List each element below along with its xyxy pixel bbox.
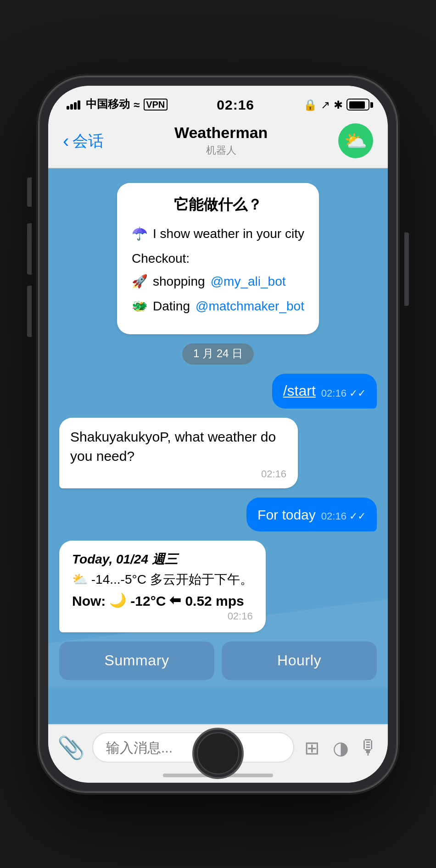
weather-forecast: ⛅ -14...-5°C 多云开始于下午。 bbox=[72, 572, 253, 588]
dating-link[interactable]: @matchmaker_bot bbox=[196, 297, 304, 316]
nav-header: ‹ 会话 Weatherman 机器人 ⛅ bbox=[48, 118, 388, 168]
weather-detail-bubble: Today, 01/24 週三 ⛅ -14...-5°C 多云开始于下午。 No… bbox=[59, 541, 266, 632]
summary-button[interactable]: Summary bbox=[59, 641, 214, 680]
dating-line: 🐲 Dating @matchmaker_bot bbox=[132, 297, 304, 316]
hourly-button[interactable]: Hourly bbox=[222, 641, 377, 680]
volume-up-button bbox=[27, 223, 32, 275]
checkout-line: Checkout: bbox=[132, 249, 304, 268]
screen-content: 中国移动 ≈ VPN 02:16 🔒 ↗ ✱ bbox=[48, 86, 388, 783]
status-bar: 中国移动 ≈ VPN 02:16 🔒 ↗ ✱ bbox=[48, 86, 388, 118]
date-pill: 1 月 24 日 bbox=[182, 343, 254, 365]
start-text: /start bbox=[283, 383, 316, 399]
check-icon2: ✓✓ bbox=[349, 510, 366, 521]
volume-down-button bbox=[27, 286, 32, 337]
back-label: 会话 bbox=[73, 130, 104, 151]
start-time: 02:16 ✓✓ bbox=[321, 387, 366, 399]
chevron-left-icon: ‹ bbox=[63, 132, 69, 150]
status-right: 🔒 ↗ ✱ bbox=[303, 98, 369, 111]
carrier-label: 中国移动 bbox=[86, 97, 130, 112]
lock-icon: 🔒 bbox=[303, 98, 317, 111]
weather-question-text: ShakuyakukyoP, what weather do you need? bbox=[70, 427, 286, 465]
avatar-icon: ⛅ bbox=[344, 130, 367, 152]
weather-time: 02:16 bbox=[72, 610, 253, 621]
emoji-icon[interactable]: ◑ bbox=[330, 736, 351, 758]
now-temp: -12°C bbox=[130, 592, 166, 608]
shopping-text: shopping bbox=[153, 272, 205, 291]
weather-date: Today, 01/24 週三 bbox=[72, 552, 253, 568]
weather-now: Now: 🌙 -12°C ⬅ 0.52 mps bbox=[72, 592, 253, 608]
incoming-weather-question: ShakuyakukyoP, what weather do you need?… bbox=[59, 418, 297, 488]
welcome-bubble: 它能做什么？ ☂️ I show weather in your city Ch… bbox=[117, 183, 319, 334]
dating-text: Dating bbox=[153, 297, 190, 316]
phone-device: 中国移动 ≈ VPN 02:16 🔒 ↗ ✱ bbox=[39, 77, 397, 792]
chat-area[interactable]: 它能做什么？ ☂️ I show weather in your city Ch… bbox=[48, 168, 388, 724]
check-icon: ✓✓ bbox=[349, 387, 366, 398]
outgoing-start: /start 02:16 ✓✓ bbox=[272, 374, 377, 409]
dragon-emoji: 🐲 bbox=[132, 297, 147, 316]
power-button bbox=[404, 232, 409, 306]
sticker-icon[interactable]: ⊞ bbox=[302, 736, 323, 758]
signal-icon bbox=[67, 100, 80, 109]
vpn-badge: VPN bbox=[143, 99, 168, 111]
nav-subtitle: 机器人 bbox=[174, 144, 268, 157]
battery-icon bbox=[347, 99, 369, 111]
phone-screen: 中国移动 ≈ VPN 02:16 🔒 ↗ ✱ bbox=[48, 86, 388, 783]
for-today-text: For today bbox=[257, 507, 316, 522]
welcome-text1: I show weather in your city bbox=[153, 224, 304, 243]
location-icon: ↗ bbox=[321, 98, 330, 111]
rocket-emoji: 🚀 bbox=[132, 272, 147, 291]
nav-title: Weatherman bbox=[174, 124, 268, 143]
status-left: 中国移动 ≈ VPN bbox=[67, 97, 168, 112]
shopping-line: 🚀 shopping @my_ali_bot bbox=[132, 272, 304, 291]
shopping-link[interactable]: @my_ali_bot bbox=[211, 272, 286, 291]
now-label: Now: bbox=[72, 592, 106, 608]
welcome-title: 它能做什么？ bbox=[132, 196, 304, 215]
date-divider: 1 月 24 日 bbox=[59, 343, 377, 365]
mute-button bbox=[27, 177, 32, 207]
home-button-inner bbox=[197, 732, 239, 774]
checkout-label: Checkout: bbox=[132, 251, 190, 265]
inline-buttons-row: Summary Hourly bbox=[59, 641, 377, 680]
bot-avatar[interactable]: ⛅ bbox=[338, 123, 373, 158]
nav-title-block: Weatherman 机器人 bbox=[174, 124, 268, 157]
for-today-time: 02:16 ✓✓ bbox=[321, 510, 366, 522]
home-button[interactable] bbox=[192, 728, 244, 779]
battery-fill bbox=[349, 101, 364, 108]
wifi-icon: ≈ bbox=[134, 98, 140, 111]
arrow-emoji: ⬅ bbox=[169, 592, 181, 608]
wind-speed: 0.52 mps bbox=[185, 592, 244, 608]
welcome-body: ☂️ I show weather in your city Checkout:… bbox=[132, 224, 304, 316]
mic-icon[interactable]: 🎙 bbox=[358, 735, 379, 759]
welcome-line1: ☂️ I show weather in your city bbox=[132, 224, 304, 243]
outgoing-for-today: For today 02:16 ✓✓ bbox=[246, 498, 377, 531]
attach-icon[interactable]: 📎 bbox=[57, 735, 85, 760]
bluetooth-icon: ✱ bbox=[334, 98, 343, 111]
status-time: 02:16 bbox=[217, 97, 254, 112]
weather-question-time: 02:16 bbox=[70, 468, 286, 479]
back-button[interactable]: ‹ 会话 bbox=[63, 130, 104, 151]
umbrella-emoji: ☂️ bbox=[132, 224, 147, 243]
moon-emoji: 🌙 bbox=[109, 592, 127, 608]
